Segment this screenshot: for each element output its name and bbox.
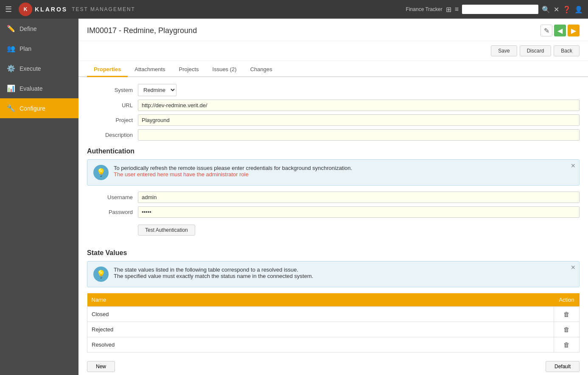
brand-subtitle: TEST MANAGEMENT — [72, 6, 135, 12]
content-area: System Redmine Jira GitHub GitLab URL Pr… — [78, 77, 588, 375]
logo: K KLAROS TEST MANAGEMENT — [19, 3, 135, 16]
system-row: System Redmine Jira GitHub GitLab — [87, 84, 580, 96]
description-row: Description — [87, 129, 580, 141]
sidebar-item-plan[interactable]: 👥 Plan — [0, 39, 78, 58]
user-icon[interactable]: 👤 — [574, 6, 583, 14]
help-icon[interactable]: ❓ — [563, 6, 571, 14]
search-input[interactable] — [462, 5, 538, 14]
tracker-grid-icon[interactable]: ⊞ — [446, 6, 451, 14]
table-row: Resolved 🗑 — [87, 337, 580, 353]
main-content: IM00017 - Redmine, Playground ✎ ◀ ▶ Save… — [78, 19, 588, 375]
password-label: Password — [87, 209, 138, 215]
sidebar-item-define[interactable]: ✏️ Define — [0, 19, 78, 39]
project-label: Project — [87, 117, 138, 123]
url-input[interactable] — [138, 100, 580, 111]
state-action-cell: 🗑 — [554, 337, 580, 353]
delete-state-button[interactable]: 🗑 — [562, 325, 571, 334]
test-authentication-button[interactable]: Test Authentication — [138, 225, 195, 236]
sidebar-item-configure[interactable]: 🔧 Configure — [0, 98, 78, 118]
evaluate-icon: 📊 — [7, 84, 15, 92]
table-header-action: Action — [554, 293, 580, 307]
tabs: Properties Attachments Projects Issues (… — [78, 63, 588, 77]
table-row: Closed 🗑 — [87, 307, 580, 322]
sidebar-item-label: Execute — [20, 65, 41, 72]
state-footer-buttons: New Default — [87, 357, 580, 375]
system-select[interactable]: Redmine Jira GitHub GitLab — [138, 84, 176, 96]
navigate-prev-button[interactable]: ◀ — [554, 25, 566, 36]
auth-info-main: To periodically refresh the remote issue… — [114, 165, 352, 171]
sidebar-item-label: Configure — [20, 105, 45, 112]
sidebar-item-label: Define — [20, 25, 36, 32]
sidebar-item-execute[interactable]: ⚙️ Execute — [0, 58, 78, 78]
svg-text:K: K — [24, 6, 28, 12]
search-icon[interactable]: 🔍 — [542, 6, 550, 14]
username-input[interactable] — [138, 192, 580, 203]
url-row: URL — [87, 100, 580, 111]
state-values-title: State Values — [87, 249, 580, 257]
tab-properties[interactable]: Properties — [87, 63, 128, 77]
tracker-list-icon[interactable]: ≡ — [455, 6, 459, 13]
sidebar: ✏️ Define 👥 Plan ⚙️ Execute 📊 Evaluate 🔧… — [0, 19, 78, 375]
delete-state-button[interactable]: 🗑 — [562, 340, 571, 349]
tab-attachments[interactable]: Attachments — [128, 63, 172, 77]
state-name-cell: Closed — [87, 307, 554, 322]
state-info-text: The state values listed in the following… — [114, 267, 313, 279]
delete-state-button[interactable]: 🗑 — [562, 310, 571, 319]
save-button[interactable]: Save — [491, 45, 517, 56]
new-button[interactable]: New — [87, 361, 115, 372]
password-input[interactable] — [138, 206, 580, 218]
define-icon: ✏️ — [7, 25, 15, 33]
brand-name: KLAROS — [35, 6, 67, 13]
logo-icon: K — [19, 3, 32, 16]
topnav-right: Finance Tracker ⊞ ≡ 🔍 ✕ ❓ 👤 — [406, 5, 583, 14]
topnav: ☰ K KLAROS TEST MANAGEMENT Finance Track… — [0, 0, 588, 19]
state-info-line1: The state values listed in the following… — [114, 267, 313, 273]
state-action-cell: 🗑 — [554, 307, 580, 322]
state-action-cell: 🗑 — [554, 322, 580, 337]
state-table: Name Action Closed 🗑 Rejected 🗑 Resolved… — [87, 293, 580, 353]
authentication-title: Authentication — [87, 147, 580, 155]
state-info-close-icon[interactable]: ✕ — [571, 264, 576, 271]
url-label: URL — [87, 102, 138, 108]
back-button[interactable]: Back — [554, 45, 580, 56]
toolbar: Save Discard Back — [78, 41, 588, 61]
navigate-next-button[interactable]: ▶ — [568, 25, 580, 36]
state-info-line2: The specified value must exactly match t… — [114, 273, 313, 279]
description-label: Description — [87, 132, 138, 138]
description-input[interactable] — [138, 129, 580, 141]
sidebar-item-label: Evaluate — [20, 85, 42, 92]
auth-info-warning: The user entered here must have the admi… — [114, 171, 352, 178]
state-name-cell: Resolved — [87, 337, 554, 353]
state-info-icon: 💡 — [93, 267, 109, 282]
tab-issues[interactable]: Issues (2) — [206, 63, 244, 77]
state-name-cell: Rejected — [87, 322, 554, 337]
username-label: Username — [87, 194, 138, 200]
page-title: IM00017 - Redmine, Playground — [87, 26, 197, 35]
auth-info-icon: 💡 — [93, 165, 109, 180]
auth-info-box: 💡 To periodically refresh the remote iss… — [87, 159, 580, 186]
default-button[interactable]: Default — [546, 361, 580, 372]
menu-icon[interactable]: ☰ — [5, 5, 12, 14]
tracker-label: Finance Tracker — [406, 6, 442, 12]
sidebar-item-evaluate[interactable]: 📊 Evaluate — [0, 78, 78, 98]
page-header: IM00017 - Redmine, Playground ✎ ◀ ▶ — [78, 19, 588, 41]
execute-icon: ⚙️ — [7, 64, 15, 72]
username-row: Username — [87, 192, 580, 203]
discard-button[interactable]: Discard — [520, 45, 552, 56]
auth-info-text: To periodically refresh the remote issue… — [114, 165, 352, 178]
system-label: System — [87, 87, 138, 93]
project-row: Project — [87, 114, 580, 126]
plan-icon: 👥 — [7, 44, 15, 53]
table-header-name: Name — [87, 293, 554, 307]
tab-changes[interactable]: Changes — [244, 63, 279, 77]
auth-info-close-icon[interactable]: ✕ — [571, 162, 576, 169]
close-search-icon[interactable]: ✕ — [554, 6, 559, 14]
password-row: Password — [87, 206, 580, 218]
edit-button[interactable]: ✎ — [540, 25, 552, 36]
configure-icon: 🔧 — [7, 104, 15, 112]
table-row: Rejected 🗑 — [87, 322, 580, 337]
sidebar-item-label: Plan — [20, 45, 31, 52]
tab-projects[interactable]: Projects — [172, 63, 206, 77]
header-actions: ✎ ◀ ▶ — [540, 25, 580, 36]
project-input[interactable] — [138, 114, 580, 126]
